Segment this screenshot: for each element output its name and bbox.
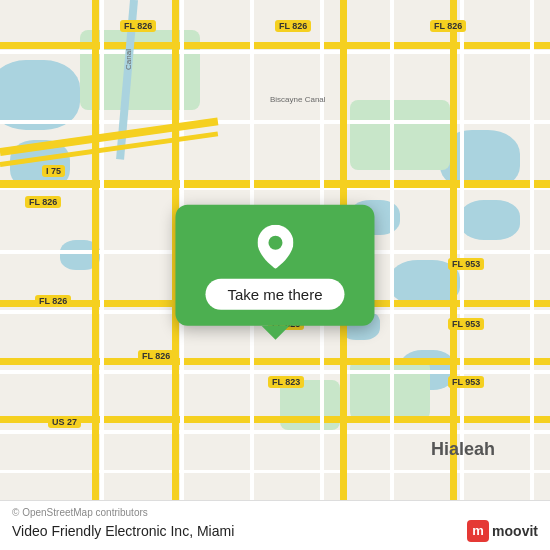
road: [0, 470, 550, 473]
road-label-fl953c: FL 953: [448, 376, 484, 388]
attribution: © OpenStreetMap contributors: [12, 507, 538, 518]
road: [100, 0, 104, 550]
bottom-bar: © OpenStreetMap contributors Video Frien…: [0, 500, 550, 550]
road-label-fl826: FL 826: [120, 20, 156, 32]
highway: [450, 0, 457, 550]
road-label-fl826: FL 826: [430, 20, 466, 32]
road: [460, 0, 464, 550]
road-label-fl953a: FL 953: [448, 258, 484, 270]
location-title: Video Friendly Electronic Inc, Miami: [12, 523, 234, 539]
highway: [0, 416, 550, 423]
moovit-m-icon: m: [467, 520, 489, 542]
road-label-fl826-mid: FL 826: [25, 196, 61, 208]
take-me-there-button[interactable]: Take me there: [205, 279, 344, 310]
road-label-fl826: FL 826: [275, 20, 311, 32]
road-label-i75: I 75: [42, 165, 65, 177]
road-label-fl826-lower: FL 826: [35, 295, 71, 307]
road-label-us27: US 27: [48, 416, 81, 428]
road: [0, 430, 550, 434]
road: [390, 0, 394, 550]
road-label-fl823b: FL 823: [268, 376, 304, 388]
location-pin-icon: [253, 225, 297, 269]
city-label: Hialeah: [431, 439, 495, 460]
popup-card: Take me there: [175, 205, 374, 326]
road-label-fl953b: FL 953: [448, 318, 484, 330]
water-body: [460, 200, 520, 240]
road: [0, 120, 550, 124]
road: [0, 50, 550, 54]
moovit-wordmark: moovit: [492, 523, 538, 539]
highway: [0, 358, 550, 365]
canal-label: Canal: [124, 49, 133, 70]
highway: [0, 42, 550, 49]
road: [0, 370, 550, 374]
road: [530, 0, 534, 550]
biscayne-canal-label: Biscayne Canal: [270, 95, 326, 104]
highway: [0, 180, 550, 188]
map-container: Canal FL 826 FL 826 FL 826 FL 826 I 75 F…: [0, 0, 550, 550]
svg-point-0: [268, 236, 282, 250]
green-area: [350, 100, 450, 170]
highway: [92, 0, 99, 550]
road-label-fl826-lower2: FL 826: [138, 350, 174, 362]
moovit-logo: m moovit: [467, 520, 538, 542]
